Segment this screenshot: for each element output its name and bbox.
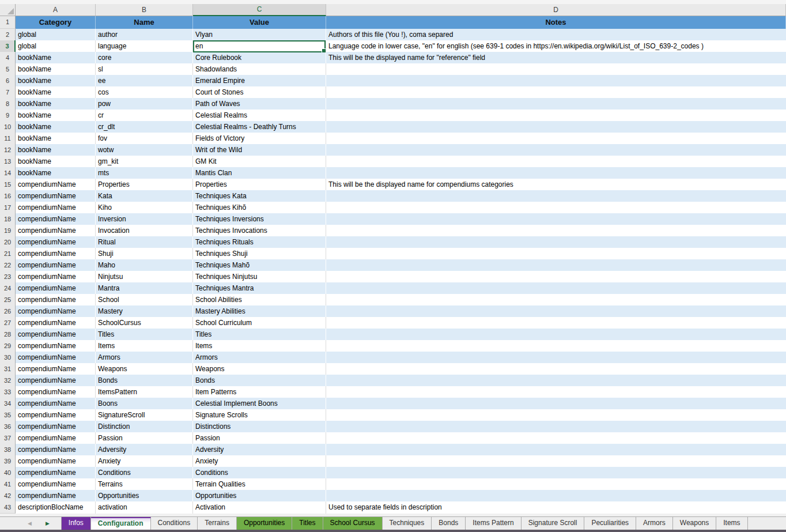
cell-category[interactable]: compendiumName xyxy=(16,490,96,502)
row-number[interactable]: 33 xyxy=(0,386,16,398)
sheet-tab-items-pattern[interactable]: Items Pattern xyxy=(466,517,521,530)
cell-name[interactable]: Maho xyxy=(96,259,193,271)
cell-name[interactable]: Boons xyxy=(96,398,193,410)
cell-name[interactable]: Items xyxy=(96,340,193,352)
cell-notes[interactable] xyxy=(326,213,786,225)
row-number[interactable]: 5 xyxy=(0,63,16,76)
cell-value[interactable]: Techniques Mahõ xyxy=(193,259,326,271)
cell-category[interactable]: bookName xyxy=(16,144,96,156)
row-number[interactable]: 27 xyxy=(0,317,16,329)
cell-value[interactable]: Writ of the Wild xyxy=(193,144,326,156)
cell-notes[interactable] xyxy=(326,421,786,433)
cell-value[interactable]: Properties xyxy=(193,179,326,191)
row-number[interactable]: 29 xyxy=(0,340,16,352)
row-number[interactable]: 3 xyxy=(0,40,16,52)
row-number[interactable]: 42 xyxy=(0,490,16,502)
row-number[interactable]: 15 xyxy=(0,179,16,191)
cell-value[interactable]: GM Kit xyxy=(193,156,326,168)
cell-value[interactable]: Path of Waves xyxy=(193,98,326,110)
row-number[interactable]: 10 xyxy=(0,121,16,133)
row-number[interactable]: 39 xyxy=(0,455,16,467)
cell-value[interactable]: Techniques Kata xyxy=(193,190,326,202)
cell-category[interactable]: compendiumName xyxy=(16,432,96,444)
cell-notes[interactable] xyxy=(326,156,786,168)
cell-category[interactable]: compendiumName xyxy=(16,190,96,202)
cell-value[interactable]: School Abilities xyxy=(193,294,326,306)
cell-value[interactable]: Techniques Kihõ xyxy=(193,202,326,214)
cell-notes[interactable] xyxy=(326,317,786,329)
cell-name[interactable]: Anxiety xyxy=(96,455,193,467)
cell-value[interactable]: Item Patterns xyxy=(193,386,326,398)
cell-notes[interactable] xyxy=(326,110,786,122)
cell-name[interactable]: author xyxy=(96,29,193,41)
cell-name[interactable]: Distinction xyxy=(96,421,193,433)
cell-notes[interactable]: Used to separate fields in description xyxy=(326,501,786,514)
cell-category[interactable]: compendiumName xyxy=(16,455,96,467)
sheet-tab-items[interactable]: Items xyxy=(716,517,747,530)
cell-name[interactable]: Conditions xyxy=(96,467,193,479)
cell-name[interactable]: mts xyxy=(96,167,193,179)
cell-name[interactable]: wotw xyxy=(96,144,193,156)
row-number[interactable]: 36 xyxy=(0,421,16,433)
row-number[interactable]: 40 xyxy=(0,467,16,479)
cell-value[interactable]: Passion xyxy=(193,432,326,444)
sheet-tab-terrains[interactable]: Terrains xyxy=(198,517,237,530)
cell-notes[interactable] xyxy=(326,409,786,421)
cell-category[interactable]: global xyxy=(16,29,96,41)
cell-name[interactable]: Properties xyxy=(96,179,193,191)
cell-category[interactable]: compendiumName xyxy=(16,340,96,352)
cell-name[interactable]: Ninjutsu xyxy=(96,271,193,283)
cell-name[interactable]: Terrains xyxy=(96,478,193,491)
cell-category[interactable]: compendiumName xyxy=(16,363,96,375)
cell-category[interactable]: compendiumName xyxy=(16,294,96,306)
header-cell-category[interactable]: Category xyxy=(16,16,96,29)
cell-name[interactable]: Kata xyxy=(96,190,193,202)
sheet-tab-weapons[interactable]: Weapons xyxy=(673,517,716,530)
sheet-tab-titles[interactable]: Titles xyxy=(292,517,323,530)
row-number[interactable]: 30 xyxy=(0,352,16,364)
row-number[interactable]: 8 xyxy=(0,98,16,110)
row-number[interactable]: 4 xyxy=(0,52,16,64)
cell-value[interactable]: Celestial Realms - Deathly Turns xyxy=(193,121,326,133)
cell-notes[interactable] xyxy=(326,329,786,341)
cell-category[interactable]: compendiumName xyxy=(16,352,96,364)
cell-value[interactable]: Celestial Implement Boons xyxy=(193,398,326,410)
cell-category[interactable]: compendiumName xyxy=(16,179,96,191)
sheet-nav-right-icon[interactable]: ▶ xyxy=(46,517,50,530)
cell-notes[interactable] xyxy=(326,144,786,156)
cell-category[interactable]: compendiumName xyxy=(16,282,96,295)
cell-notes[interactable] xyxy=(326,467,786,479)
cell-name[interactable]: core xyxy=(96,52,193,64)
cell-name[interactable]: Adversity xyxy=(96,444,193,456)
cell-notes[interactable] xyxy=(326,248,786,260)
cell-value[interactable]: Opportunities xyxy=(193,490,326,502)
cell-category[interactable]: bookName xyxy=(16,110,96,122)
row-number[interactable]: 6 xyxy=(0,75,16,87)
row-number[interactable]: 11 xyxy=(0,133,16,145)
cell-value[interactable]: Fields of Victory xyxy=(193,133,326,145)
cell-category[interactable]: global xyxy=(16,40,96,52)
cell-value[interactable]: Court of Stones xyxy=(193,86,326,99)
cell-category[interactable]: bookName xyxy=(16,121,96,133)
cell-notes[interactable] xyxy=(326,294,786,306)
cell-name[interactable]: cos xyxy=(96,86,193,99)
cell-category[interactable]: compendiumName xyxy=(16,409,96,421)
cell-value[interactable]: Armors xyxy=(193,352,326,364)
cell-name[interactable]: Mastery xyxy=(96,305,193,318)
cell-category[interactable]: bookName xyxy=(16,156,96,168)
cell-category[interactable]: compendiumName xyxy=(16,317,96,329)
row-number[interactable]: 12 xyxy=(0,144,16,156)
cell-category[interactable]: bookName xyxy=(16,98,96,110)
cell-value[interactable]: Core Rulebook xyxy=(193,52,326,64)
cell-value[interactable]: Techniques Shuji xyxy=(193,248,326,260)
cell-category[interactable]: bookName xyxy=(16,52,96,64)
cell-category[interactable]: compendiumName xyxy=(16,478,96,491)
cell-name[interactable]: SignatureScroll xyxy=(96,409,193,421)
row-number[interactable]: 24 xyxy=(0,282,16,295)
cell-notes[interactable] xyxy=(326,490,786,502)
cell-value[interactable]: Techniques Rituals xyxy=(193,236,326,248)
cell-value[interactable]: Titles xyxy=(193,329,326,341)
cell-category[interactable]: bookName xyxy=(16,75,96,87)
cell-name[interactable]: language xyxy=(96,40,193,52)
cell-value[interactable]: Techniques Invocations xyxy=(193,225,326,237)
